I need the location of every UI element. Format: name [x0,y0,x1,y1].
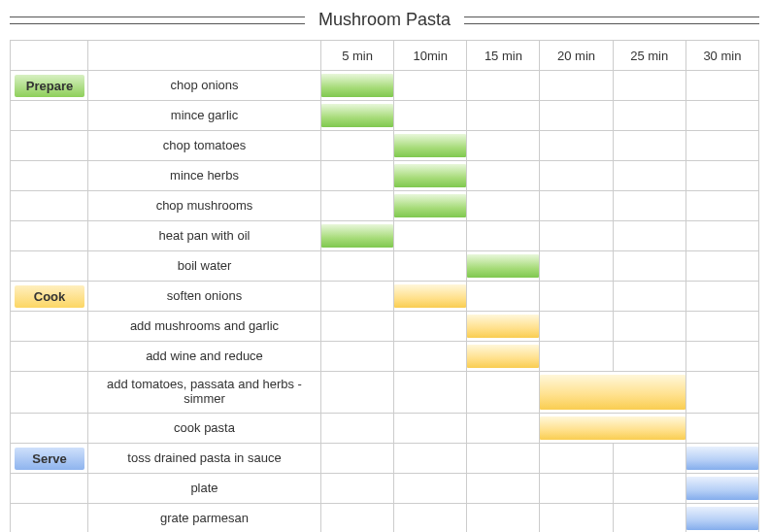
task-desc: plate [88,474,321,504]
time-cell [685,251,758,282]
time-cell [467,71,540,101]
table-row: add tomatoes, passata and herbs - simmer [11,372,759,414]
task-desc: chop tomatoes [88,131,321,161]
time-cell [394,191,467,221]
task-desc-text: mince garlic [171,109,238,123]
gantt-bar [321,74,393,97]
task-desc-text: soften onions [167,289,242,304]
task-desc-text: plate [190,482,217,496]
task-desc: cook pasta [88,414,321,444]
table-row: add wine and reduce [11,342,759,372]
time-cell [321,131,394,161]
task-desc-text: cook pasta [174,421,235,436]
gantt-bar [394,164,466,187]
time-cell [685,342,758,372]
task-desc: heat pan with oil [88,221,321,251]
task-desc-text: toss drained pasta in sauce [127,451,281,466]
gantt-bar [394,194,466,217]
task-desc: add mushrooms and garlic [88,312,321,342]
time-cell [540,312,613,342]
table-row: plate [11,474,759,504]
time-cell [685,221,758,251]
task-desc-text: mince herbs [170,169,239,183]
header-time-3: 15 min [467,41,540,71]
time-cell [394,221,467,251]
time-cell [613,71,685,101]
task-desc-text: chop mushrooms [156,199,253,214]
time-cell [394,131,467,161]
time-cell [613,101,685,131]
table-row: chop mushrooms [11,191,759,221]
time-cell [394,504,467,533]
task-desc-text: grate parmesan [160,512,249,526]
task-desc-text: add wine and reduce [146,349,263,364]
time-cell [613,444,685,474]
time-cell [540,282,613,312]
time-cell [685,161,758,191]
time-cell [321,414,394,444]
gantt-bar [686,507,758,530]
time-cell [467,474,540,504]
time-cell [394,282,467,312]
task-desc: chop mushrooms [88,191,321,221]
table-row: add mushrooms and garlic [11,312,759,342]
time-cell [540,342,613,372]
gantt-bar [467,315,539,338]
section-cell [11,161,88,191]
header-time-5: 25 min [613,41,685,71]
time-cell [321,161,394,191]
header-time-4: 20 min [540,41,613,71]
time-cell [321,282,394,312]
section-cell: Cook [11,282,88,312]
task-desc: add tomatoes, passata and herbs - simmer [88,372,321,414]
time-cell [613,342,685,372]
table-row: cook pasta [11,414,759,444]
header-section [11,41,88,71]
section-cell: Serve [11,444,88,474]
time-cell [685,444,758,474]
section-cell [11,342,88,372]
title-bar: Mushroom Pasta [10,10,759,30]
section-cell [11,101,88,131]
time-cell [685,414,758,444]
table-row: mince herbs [11,161,759,191]
time-cell [685,474,758,504]
section-label-cook: Cook [15,285,84,308]
time-cell [540,251,613,282]
header-time-2: 10min [394,41,467,71]
table-row: grate parmesan [11,504,759,533]
table-row: boil water [11,251,759,282]
time-cell [467,504,540,533]
time-cell [394,312,467,342]
time-cell [613,251,685,282]
time-cell [467,101,540,131]
section-cell [11,474,88,504]
task-desc-text: add tomatoes, passata and herbs - simmer [92,378,317,407]
header-row: 5 min 10min 15 min 20 min 25 min 30 min [11,41,759,71]
time-cell [685,191,758,221]
time-cell [321,504,394,533]
section-label-prepare: Prepare [15,75,84,97]
time-cell [685,282,758,312]
time-cell [685,372,758,414]
section-label-serve: Serve [15,448,84,470]
gantt-bar [467,254,539,278]
table-row: chop tomatoes [11,131,759,161]
time-cell [540,474,613,504]
time-cell [394,161,467,191]
time-cell [467,251,540,282]
section-cell [11,251,88,282]
table-row: Servetoss drained pasta in sauce [11,444,759,474]
task-desc-text: add mushrooms and garlic [130,319,279,334]
time-cell [394,342,467,372]
time-cell [394,474,467,504]
section-cell [11,312,88,342]
section-cell [11,191,88,221]
gantt-bar [394,284,466,308]
time-cell [467,414,540,444]
time-cell [394,251,467,282]
gantt-bar [321,104,393,127]
time-cell [321,251,394,282]
time-cell [613,312,685,342]
task-desc: grate parmesan [88,504,321,533]
